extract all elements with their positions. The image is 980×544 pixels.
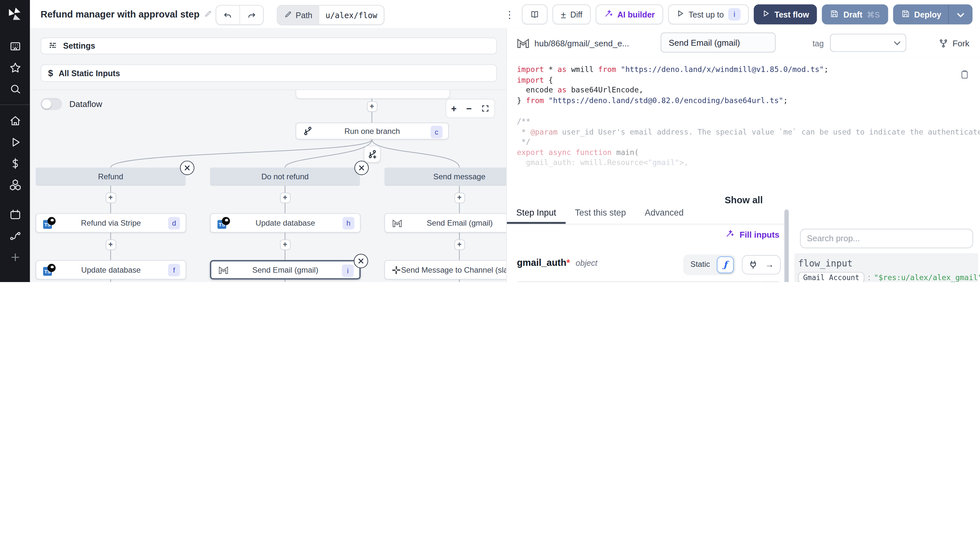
runs-play-icon[interactable] bbox=[0, 131, 30, 153]
variables-dollar-icon[interactable] bbox=[0, 153, 30, 174]
run-one-branch-node[interactable]: Run one branchc bbox=[296, 123, 449, 139]
favorites-star-icon[interactable] bbox=[0, 57, 30, 78]
flow-step-node[interactable]: TSUpdate databaseh bbox=[210, 213, 361, 233]
arrow-right-icon[interactable]: → bbox=[765, 259, 774, 270]
tab-advanced[interactable]: Advanced bbox=[635, 203, 693, 224]
field-editor-gmail_auth[interactable]: 1flow_input["Gmail Account"] bbox=[517, 281, 781, 282]
prop-value: "$res:u/alex/alex_gmail" bbox=[874, 273, 980, 282]
remove-button[interactable] bbox=[354, 161, 369, 175]
add-step-button[interactable]: + bbox=[105, 239, 116, 250]
prop-pill[interactable]: Gmail Account bbox=[798, 272, 864, 282]
remove-button[interactable] bbox=[180, 161, 194, 175]
windmill-flow-editor: Refund manager with approval step Path u… bbox=[0, 0, 980, 282]
sidebar-divider bbox=[0, 104, 30, 105]
path-label: Path bbox=[296, 10, 312, 20]
prop-picker-panel: flow_input results Variables:{...} Resou… bbox=[792, 28, 980, 282]
step-name-input[interactable]: Send Email (gmail) bbox=[660, 32, 775, 53]
hub-script-path[interactable]: hub/868/gmail/_send_e... bbox=[535, 28, 629, 58]
connect-controls: → bbox=[742, 255, 781, 274]
diff-button[interactable]: ±Diff bbox=[552, 4, 590, 24]
pencil-icon bbox=[284, 10, 292, 20]
flow-step-node[interactable]: Send Email (gmail)i bbox=[210, 260, 361, 279]
function-mode-button[interactable]: ƒ bbox=[717, 256, 734, 273]
home-icon[interactable] bbox=[0, 110, 30, 131]
path-value: u/alex/flow bbox=[319, 5, 383, 24]
schedules-calendar-icon[interactable] bbox=[0, 204, 30, 225]
wand-icon bbox=[725, 229, 735, 240]
node-id-badge: i bbox=[342, 265, 354, 277]
docs-book-button[interactable] bbox=[522, 4, 548, 24]
chevron-down-icon[interactable] bbox=[953, 10, 968, 19]
node-id-badge: d bbox=[168, 217, 180, 230]
step-id-badge: i bbox=[728, 8, 741, 21]
tab-test-this-step[interactable]: Test this step bbox=[565, 203, 635, 224]
path-selector[interactable]: Path u/alex/flow bbox=[277, 5, 384, 25]
node-label: Refund via Stripe bbox=[36, 219, 186, 227]
flow-step-node[interactable]: Send Email (gmail) bbox=[384, 213, 506, 233]
path-edit-segment[interactable]: Path bbox=[277, 5, 319, 24]
flow-graph-panel: Settings $ All Static Inputs Dataflow Ru… bbox=[30, 28, 506, 282]
resources-cubes-icon[interactable] bbox=[0, 174, 30, 195]
play-icon bbox=[676, 10, 684, 19]
add-branch-button[interactable] bbox=[364, 145, 380, 163]
kebab-menu-button[interactable]: ⋮ bbox=[502, 5, 517, 24]
branch-header-refund[interactable]: Refund bbox=[36, 168, 186, 186]
add-step-button[interactable]: + bbox=[454, 239, 465, 250]
field-label: gmail_auth*object bbox=[517, 257, 597, 268]
flow-canvas[interactable]: Run one branchcRefundTSRefund via Stripe… bbox=[30, 28, 506, 282]
save-icon bbox=[901, 9, 910, 20]
windmill-logo-icon[interactable] bbox=[7, 5, 23, 24]
test-up-to-button[interactable]: Test up toi bbox=[668, 4, 749, 24]
ai-builder-button[interactable]: AI builder bbox=[595, 4, 663, 24]
add-step-button[interactable]: + bbox=[280, 239, 290, 250]
flow-title[interactable]: Refund manager with approval step bbox=[40, 0, 212, 28]
fill-inputs-button[interactable]: Fill inputs bbox=[725, 229, 780, 240]
play-icon bbox=[762, 10, 770, 19]
flow-title-text: Refund manager with approval step bbox=[40, 9, 199, 19]
field-type: object bbox=[576, 258, 597, 268]
flow-input-node-partial[interactable] bbox=[296, 90, 450, 99]
app-sidebar bbox=[0, 0, 30, 282]
add-step-button[interactable]: + bbox=[105, 192, 116, 203]
tab-step-input[interactable]: Step Input bbox=[507, 203, 565, 224]
node-label: Send Email (gmail) bbox=[385, 219, 506, 227]
deploy-divider bbox=[948, 5, 949, 24]
diff-icon: ± bbox=[561, 9, 566, 20]
test-flow-button[interactable]: Test flow bbox=[754, 4, 817, 24]
remove-button[interactable] bbox=[353, 254, 368, 268]
redo-button[interactable] bbox=[240, 5, 263, 24]
add-plus-icon[interactable] bbox=[0, 246, 30, 268]
static-mode-chip[interactable]: Static bbox=[685, 257, 716, 273]
step-tabs: Step InputTest this stepAdvanced bbox=[507, 203, 789, 225]
branch-header-do-not-refund[interactable]: Do not refund bbox=[210, 168, 360, 186]
flow-step-node[interactable]: Send Message to Channel (slack) bbox=[384, 260, 506, 279]
zoom-in-button[interactable]: + bbox=[451, 103, 457, 114]
fit-view-button[interactable] bbox=[481, 104, 489, 113]
workspace-icon[interactable] bbox=[0, 36, 30, 57]
add-step-button[interactable]: + bbox=[366, 101, 377, 112]
wand-icon bbox=[604, 9, 613, 20]
panel-scrollbar[interactable] bbox=[784, 209, 789, 282]
zoom-out-button[interactable]: − bbox=[466, 103, 472, 114]
search-prop-input[interactable] bbox=[800, 229, 973, 248]
undo-button[interactable] bbox=[216, 5, 240, 24]
field-row-gmail_auth: gmail_auth*objectStaticƒ→ bbox=[517, 252, 781, 277]
node-label: Run one branch bbox=[296, 127, 448, 136]
edit-title-pencil-icon[interactable] bbox=[205, 9, 212, 19]
node-label: Update database bbox=[211, 219, 360, 227]
step-input-fields: Fill inputs gmail_auth*objectStaticƒ→1fl… bbox=[507, 224, 789, 282]
node-label: Update database bbox=[36, 265, 186, 274]
canvas-zoom-controls: + − bbox=[445, 99, 495, 118]
deploy-button[interactable]: Deploy bbox=[893, 4, 972, 24]
step-detail-panel: hub/868/gmail/_send_e... Send Email (gma… bbox=[506, 28, 980, 282]
add-step-button[interactable]: + bbox=[280, 192, 290, 203]
draft-button[interactable]: Draft⌘S bbox=[822, 4, 888, 24]
flows-route-icon[interactable] bbox=[0, 225, 30, 246]
add-step-button[interactable]: + bbox=[454, 192, 465, 203]
top-toolbar: Refund manager with approval step Path u… bbox=[30, 0, 980, 29]
search-icon[interactable] bbox=[0, 78, 30, 99]
branch-header-send-message[interactable]: Send message bbox=[384, 168, 506, 186]
plug-icon[interactable] bbox=[749, 260, 757, 269]
flow-step-node[interactable]: TSUpdate databasef bbox=[36, 260, 186, 279]
flow-step-node[interactable]: TSRefund via Striped bbox=[36, 213, 186, 233]
